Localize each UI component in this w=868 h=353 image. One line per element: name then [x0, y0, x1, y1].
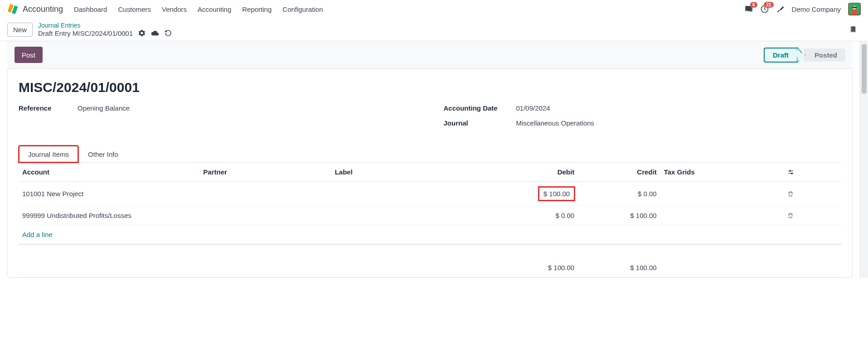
app-name[interactable]: Accounting [23, 5, 63, 14]
journal-items-table: Account Partner Label Debit Credit Tax G… [19, 163, 841, 277]
col-tax-grids[interactable]: Tax Grids [660, 163, 784, 182]
new-button[interactable]: New [7, 23, 33, 37]
journal-label: Journal [444, 119, 516, 127]
app-logo-icon[interactable] [7, 4, 18, 15]
cell-tax-grids[interactable] [660, 206, 784, 225]
messages-badge: 6 [750, 2, 757, 8]
tab-journal-items[interactable]: Journal Items [19, 145, 78, 163]
col-partner[interactable]: Partner [199, 163, 331, 182]
tools-icon[interactable] [776, 5, 785, 13]
cell-label[interactable] [331, 182, 496, 206]
tab-other-info[interactable]: Other Info [78, 145, 128, 163]
activities-icon[interactable]: 21 [760, 5, 769, 14]
messages-icon[interactable]: 6 [744, 5, 753, 14]
cell-account[interactable]: 101001 New Project [19, 182, 199, 206]
activities-badge: 21 [764, 2, 773, 8]
svg-point-8 [790, 170, 791, 172]
breadcrumb-current: Draft Entry MISC/2024/01/0001 [38, 29, 133, 37]
cell-tax-grids[interactable] [660, 182, 784, 206]
col-label[interactable]: Label [331, 163, 496, 182]
add-line-link[interactable]: Add a line [19, 225, 841, 244]
reference-label: Reference [19, 104, 78, 112]
breadcrumb-parent[interactable]: Journal Entries [38, 22, 172, 29]
trash-icon[interactable] [787, 191, 838, 197]
journal-value[interactable]: Miscellaneous Operations [516, 119, 595, 127]
svg-rect-6 [852, 10, 857, 15]
action-bar: Post Draft Posted [7, 41, 853, 69]
cell-debit[interactable]: $ 0.00 [496, 206, 578, 225]
total-debit: $ 100.00 [496, 256, 578, 277]
col-account[interactable]: Account [19, 163, 199, 182]
bookmark-icon[interactable] [849, 24, 857, 34]
col-credit[interactable]: Credit [578, 163, 660, 182]
nav-reporting[interactable]: Reporting [242, 5, 272, 13]
table-row[interactable]: 999999 Undistributed Profits/Losses $ 0.… [19, 206, 841, 225]
nav-configuration[interactable]: Configuration [282, 5, 323, 13]
cell-debit[interactable]: $ 100.00 [496, 182, 578, 206]
cell-partner[interactable] [199, 182, 331, 206]
status-bar: Draft Posted [764, 47, 845, 63]
total-credit: $ 100.00 [578, 256, 660, 277]
reference-value[interactable]: Opening Balance [78, 104, 130, 112]
col-debit[interactable]: Debit [496, 163, 578, 182]
nav-accounting[interactable]: Accounting [198, 5, 231, 13]
breadcrumb: Journal Entries Draft Entry MISC/2024/01… [38, 22, 172, 37]
svg-point-10 [791, 173, 793, 174]
cell-credit[interactable]: $ 0.00 [578, 182, 660, 206]
main-menu: Dashboard Customers Vendors Accounting R… [74, 5, 744, 13]
tabs: Journal Items Other Info [19, 145, 841, 163]
company-switcher[interactable]: Demo Company [792, 5, 841, 13]
cell-credit[interactable]: $ 100.00 [578, 206, 660, 225]
record-title: MISC/2024/01/0001 [19, 80, 841, 95]
topbar-right: 6 21 Demo Company [744, 3, 861, 15]
table-row[interactable]: 101001 New Project $ 100.00 $ 0.00 [19, 182, 841, 206]
gear-icon[interactable] [138, 29, 145, 37]
nav-dashboard[interactable]: Dashboard [74, 5, 107, 13]
totals-row: $ 100.00 $ 100.00 [19, 256, 841, 277]
cell-label[interactable] [331, 206, 496, 225]
post-button[interactable]: Post [15, 47, 43, 63]
col-settings[interactable] [784, 163, 841, 182]
user-avatar[interactable] [848, 3, 861, 15]
undo-icon[interactable] [165, 29, 172, 37]
status-posted[interactable]: Posted [804, 48, 845, 62]
main-content: Post Draft Posted MISC/2024/01/0001 Refe… [0, 41, 860, 278]
top-navbar: Accounting Dashboard Customers Vendors A… [0, 0, 868, 18]
breadcrumb-bar: New Journal Entries Draft Entry MISC/202… [0, 18, 868, 41]
svg-rect-5 [852, 7, 857, 8]
status-draft[interactable]: Draft [764, 48, 798, 63]
scrollbar-thumb[interactable] [862, 44, 867, 94]
form-sheet: MISC/2024/01/0001 Reference Opening Bala… [7, 69, 853, 278]
accounting-date-label: Accounting Date [444, 104, 516, 112]
accounting-date-value[interactable]: 01/09/2024 [516, 104, 550, 112]
scrollbar[interactable] [860, 41, 868, 278]
cloud-icon[interactable] [151, 29, 159, 37]
trash-icon[interactable] [787, 213, 838, 219]
nav-customers[interactable]: Customers [118, 5, 151, 13]
cell-account[interactable]: 999999 Undistributed Profits/Losses [19, 206, 199, 225]
cell-partner[interactable] [199, 206, 331, 225]
nav-vendors[interactable]: Vendors [162, 5, 187, 13]
